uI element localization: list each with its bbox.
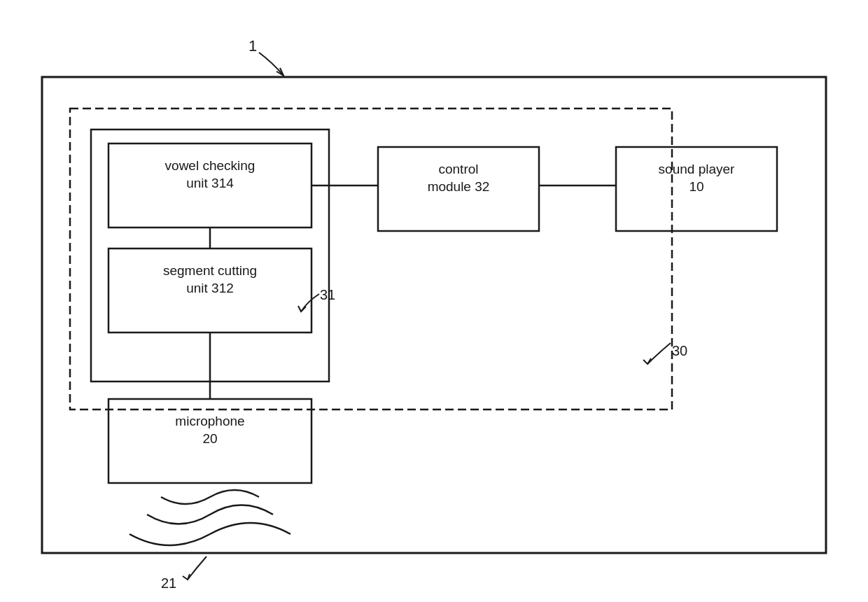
control-module-line1: control (378, 161, 539, 178)
sound-player-label: sound player 10 (616, 161, 777, 195)
microphone-line1: microphone (108, 413, 312, 430)
analysis-unit-ref: 31 (320, 286, 335, 304)
svg-rect-1 (70, 108, 672, 410)
vowel-checking-label: vowel checking unit 314 (108, 158, 312, 192)
control-module-label: control module 32 (378, 161, 539, 195)
segment-cutting-line2: unit 312 (108, 280, 312, 298)
diagram-svg (0, 0, 868, 602)
processing-module-ref: 30 (672, 342, 687, 360)
control-module-line2: module 32 (378, 178, 539, 196)
sound-player-line2: 10 (616, 178, 777, 196)
vowel-checking-line2: unit 314 (108, 175, 312, 192)
sound-waves-ref: 21 (161, 574, 176, 592)
diagram: 1 vowel checking unit 314 segment cuttin… (0, 0, 868, 602)
sound-player-line1: sound player (616, 161, 777, 178)
system-label: 1 (248, 36, 257, 57)
segment-cutting-line1: segment cutting (108, 262, 312, 280)
microphone-line2: 20 (108, 430, 312, 448)
segment-cutting-label: segment cutting unit 312 (108, 262, 312, 297)
svg-rect-0 (42, 77, 826, 553)
vowel-checking-line1: vowel checking (108, 158, 312, 175)
microphone-label: microphone 20 (108, 413, 312, 447)
